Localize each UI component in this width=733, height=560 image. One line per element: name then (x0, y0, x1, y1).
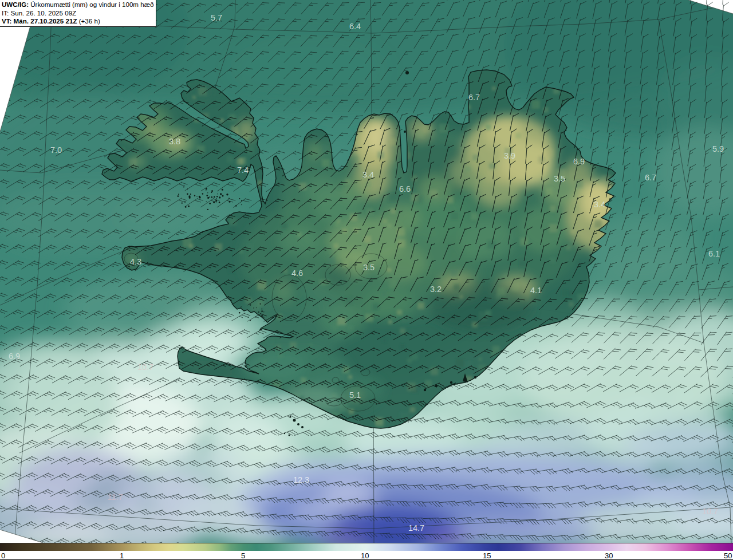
svg-text:4.6: 4.6 (291, 269, 303, 278)
svg-text:3.4: 3.4 (594, 200, 605, 209)
svg-text:5.1: 5.1 (349, 391, 361, 400)
svg-text:3.2: 3.2 (430, 285, 442, 294)
svg-text:6.9: 6.9 (573, 157, 585, 166)
svg-text:3.5: 3.5 (363, 263, 375, 272)
svg-text:6.4: 6.4 (349, 22, 361, 31)
svg-text:10.7: 10.7 (137, 362, 153, 372)
svg-text:12.3: 12.3 (293, 475, 309, 484)
svg-text:11.7: 11.7 (107, 492, 123, 502)
svg-text:4.3: 4.3 (130, 257, 141, 266)
svg-text:14.7: 14.7 (408, 523, 424, 533)
svg-text:6.7: 6.7 (468, 93, 480, 102)
svg-text:6.7: 6.7 (645, 173, 656, 182)
svg-text:5.9: 5.9 (712, 144, 724, 153)
svg-text:5.7: 5.7 (211, 13, 222, 22)
svg-text:10.7: 10.7 (702, 507, 718, 516)
svg-text:6.6: 6.6 (399, 184, 411, 194)
svg-text:3.4: 3.4 (362, 170, 374, 179)
svg-text:7.0: 7.0 (50, 145, 62, 155)
svg-text:7.4: 7.4 (237, 165, 249, 175)
svg-text:3.8: 3.8 (169, 137, 180, 146)
svg-text:6.9: 6.9 (9, 352, 20, 361)
svg-text:6.1: 6.1 (708, 249, 720, 258)
svg-text:3.5: 3.5 (554, 174, 565, 183)
svg-text:3.9: 3.9 (504, 151, 515, 160)
svg-text:4.1: 4.1 (530, 286, 542, 295)
